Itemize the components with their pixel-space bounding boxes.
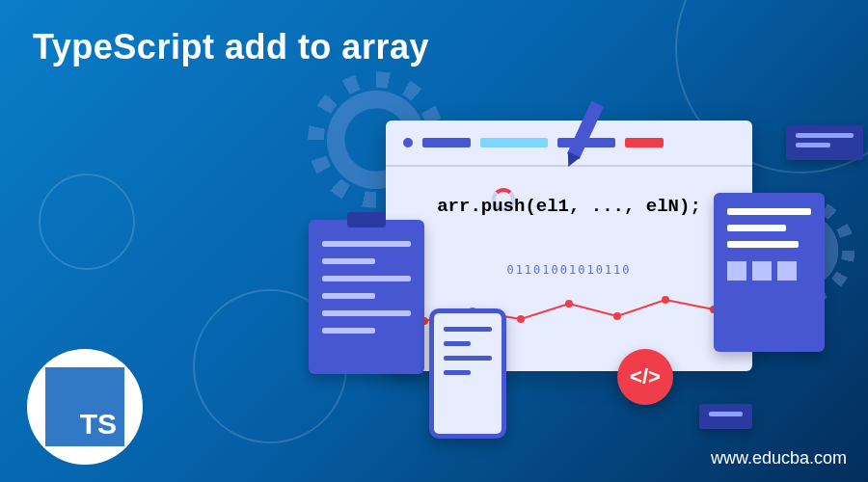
svg-point-4: [613, 312, 621, 320]
tablet-panel: [714, 193, 825, 352]
text-line: [322, 241, 411, 247]
text-line: [444, 356, 492, 361]
ts-logo-text: TS: [80, 408, 117, 441]
text-line: [444, 370, 471, 375]
text-line: [322, 258, 375, 264]
svg-point-2: [517, 315, 525, 323]
code-badge-icon: </>: [617, 349, 673, 405]
code-badge-text: </>: [630, 364, 661, 389]
window-dot: [403, 138, 413, 147]
text-line: [322, 310, 411, 316]
text-line: [727, 208, 811, 215]
binary-text: 01101001010110: [506, 263, 631, 277]
website-url: www.educba.com: [711, 448, 847, 469]
text-line: [709, 412, 743, 416]
topbar-segment: [422, 138, 471, 147]
text-line: [444, 327, 492, 332]
topbar-segment: [480, 138, 548, 147]
code-snippet: arr.push(el1, ..., elN);: [386, 196, 752, 217]
clipboard-panel: [309, 220, 424, 374]
text-line: [727, 225, 786, 231]
text-line: [444, 341, 471, 346]
floating-card: [786, 125, 863, 160]
thumbnail-row: [727, 261, 811, 281]
svg-point-5: [662, 296, 669, 304]
typescript-logo: TS: [27, 349, 143, 465]
svg-point-3: [565, 300, 573, 308]
thumbnail: [752, 261, 772, 281]
text-line: [322, 328, 375, 334]
thumbnail: [777, 261, 797, 281]
text-line: [322, 276, 411, 281]
floating-card: [699, 404, 752, 429]
ts-logo-square: TS: [45, 367, 124, 446]
text-line: [796, 143, 830, 147]
topbar-segment: [625, 138, 664, 147]
text-line: [322, 293, 375, 299]
phone-panel: [429, 308, 506, 439]
thumbnail: [727, 261, 746, 281]
text-line: [796, 133, 854, 138]
text-line: [727, 241, 799, 248]
page-title: TypeScript add to array: [33, 27, 429, 67]
illustration: arr.push(el1, ..., elN); 01101001010110: [299, 96, 839, 443]
